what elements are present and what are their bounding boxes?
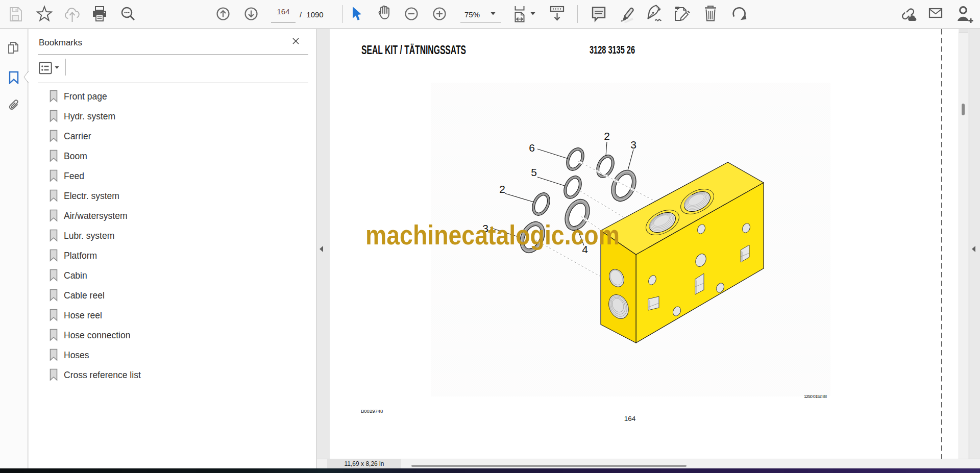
svg-text:3: 3 [630,139,636,151]
svg-text:1250 0152 88: 1250 0152 88 [804,394,827,399]
svg-text:B0029748: B0029748 [361,408,383,414]
svg-text:machinecatalogic.com: machinecatalogic.com [365,219,620,250]
svg-text:3128 3135 26: 3128 3135 26 [590,43,635,56]
svg-text:2: 2 [604,130,610,142]
svg-text:5: 5 [531,166,537,178]
svg-text:SEAL KIT / TÄTNINGSSATS: SEAL KIT / TÄTNINGSSATS [361,43,466,57]
svg-text:2: 2 [499,183,505,195]
svg-text:6: 6 [529,142,535,154]
svg-text:164: 164 [624,415,636,422]
